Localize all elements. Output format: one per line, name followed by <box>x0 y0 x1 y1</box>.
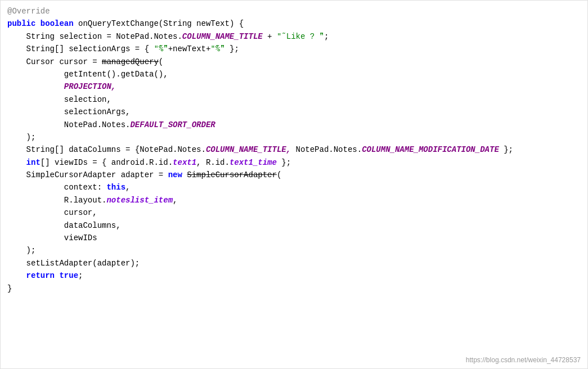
line-15: context: this, <box>7 181 581 194</box>
line-19: viewIDs <box>7 232 581 244</box>
line-21: setListAdapter(adapter); <box>7 257 581 269</box>
line-22: return true; <box>7 269 581 282</box>
kw-public: public <box>7 19 35 28</box>
class-simple-cursor-adapter: SimpleCursorAdapter <box>187 170 277 179</box>
kw-new: new <box>168 170 182 179</box>
line-10: NotePad.Notes.DEFAULT_SORT_ORDER <box>7 119 581 131</box>
const-column-title: COLUMN_NAME_TITLE <box>182 32 263 41</box>
line-5: Cursor cursor = managedQuery( <box>7 56 581 68</box>
line-23: } <box>7 282 581 295</box>
line-3: String selection = NotePad.Notes.COLUMN_… <box>7 30 581 43</box>
line-1: @Override <box>7 5 581 17</box>
kw-true: true <box>59 271 78 280</box>
kw-boolean: boolean <box>41 19 74 28</box>
param-context-label: context: <box>64 183 102 192</box>
line-14: SimpleCursorAdapter adapter = new Simple… <box>7 169 581 181</box>
method-managed-query: managedQuery <box>102 57 159 66</box>
const-text1: text1 <box>173 158 196 167</box>
kw-return: return <box>26 271 55 280</box>
string-like: "̃ Like ? ̃" <box>277 32 324 41</box>
const-col-mod-date: COLUMN_NAME_MODIFICATION_DATE <box>362 145 499 154</box>
line-2: public boolean onQueryTextChange(String … <box>7 17 581 30</box>
const-text1-time: text1_time <box>230 158 277 167</box>
method-name: onQueryTextChange(String newText) { <box>78 19 244 28</box>
annotation-override: @Override <box>7 7 50 16</box>
code-block: @Override public boolean onQueryTextChan… <box>0 0 588 369</box>
line-8: selection, <box>7 93 581 106</box>
line-11: ); <box>7 131 581 143</box>
line-9: selectionArgs, <box>7 106 581 118</box>
string-percent2: "̃%̃" <box>210 44 225 53</box>
const-default-sort: DEFAULT_SORT_ORDER <box>130 120 215 129</box>
watermark: https://blog.csdn.net/weixin_44728537 <box>466 356 581 364</box>
kw-this: this <box>106 183 125 192</box>
line-17: cursor, <box>7 206 581 219</box>
line-4: String[] selectionArgs = { "̃%̃"+newText… <box>7 43 581 55</box>
line-7: PROJECTION, <box>7 80 581 93</box>
line-20: ); <box>7 244 581 256</box>
line-6: getIntent().getData(), <box>7 68 581 80</box>
const-noteslist-item: noteslist_item <box>106 196 173 205</box>
line-12: String[] dataColumns = {NotePad.Notes.CO… <box>7 143 581 156</box>
line-18: dataColumns, <box>7 219 581 232</box>
const-projection: PROJECTION, <box>64 82 116 91</box>
const-col-title2: COLUMN_NAME_TITLE, <box>206 145 291 154</box>
line-13: int[] viewIDs = { android.R.id.text1, R.… <box>7 156 581 169</box>
line-16: R.layout.noteslist_item, <box>7 194 581 206</box>
string-percent1: "̃%̃" <box>154 44 168 53</box>
kw-int: int <box>26 158 41 167</box>
